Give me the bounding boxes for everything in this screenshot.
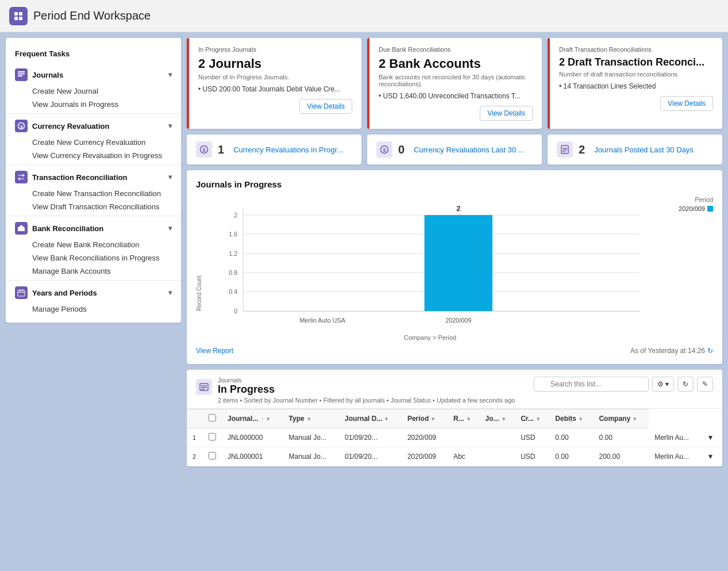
app-icon xyxy=(9,7,28,25)
stat-card-journals-posted: 2 Journals Posted Last 30 Days xyxy=(548,135,722,164)
row-1-journal-number[interactable]: JNL000000 xyxy=(222,428,283,447)
row-2-journal-date: 01/09/20... xyxy=(339,447,402,466)
th-type[interactable]: Type ▾ xyxy=(283,409,339,428)
view-report-link[interactable]: View Report xyxy=(196,347,233,355)
sidebar-item-create-currency[interactable]: Create New Currency Revaluation xyxy=(6,136,181,149)
svg-rect-43 xyxy=(201,385,207,386)
row-1-company[interactable]: Merlin Au... xyxy=(649,428,701,447)
sidebar-item-manage-periods[interactable]: Manage Periods xyxy=(6,302,181,316)
svg-rect-45 xyxy=(201,389,205,390)
stat-number-currency-last30: 0 xyxy=(398,143,405,156)
journals-table-card: Journals In Progress 2 items • Sorted by… xyxy=(187,370,722,466)
row-1-r xyxy=(448,428,480,447)
as-of-label: As of Yesterday at 14:26 ↻ xyxy=(630,347,713,355)
in-progress-journals-card: In Progress Journals 2 Journals Number o… xyxy=(187,38,361,129)
svg-rect-1 xyxy=(19,12,22,16)
sidebar-item-create-bank[interactable]: Create New Bank Reconciliation xyxy=(6,238,181,251)
stat-label-currency-last30[interactable]: Currency Revaluations Last 30 ... xyxy=(414,145,524,154)
table-controls: 🔍 ⚙ ▾ ↻ ✎ xyxy=(534,377,713,392)
search-input[interactable] xyxy=(534,377,649,392)
th-cr[interactable]: Cr... ▾ xyxy=(515,409,549,428)
main-layout: Frequent Tasks Journals ▾ Create New Jou… xyxy=(0,32,728,571)
sidebar-item-view-journals[interactable]: View Journals in Progress xyxy=(6,98,181,111)
sidebar-item-view-transaction[interactable]: View Draft Transaction Reconciliations xyxy=(6,200,181,213)
table-header-icon xyxy=(196,379,212,395)
stat-icon-currency-last30: $ xyxy=(376,141,392,158)
chevron-journal-icon: ▾ xyxy=(267,416,269,422)
stat-label-journals-posted[interactable]: Journals Posted Last 30 Days xyxy=(594,145,694,154)
row-2-period[interactable]: 2020/009 xyxy=(402,447,448,466)
settings-button[interactable]: ⚙ ▾ xyxy=(652,377,674,392)
sidebar-section-years[interactable]: Years and Periods ▾ xyxy=(6,283,181,302)
sidebar-section-currency[interactable]: $ Currency Revaluation ▾ xyxy=(6,116,181,136)
chart-card: Journals in Progress Record Count xyxy=(187,170,722,364)
row-1-period[interactable]: 2020/009 xyxy=(402,428,448,447)
svg-text:$: $ xyxy=(203,147,206,153)
sidebar-section-bank[interactable]: Bank Reconciliation ▾ xyxy=(6,219,181,238)
th-company[interactable]: Company ▾ xyxy=(593,409,649,428)
x-axis-label: Company > Period xyxy=(209,334,651,341)
row-2-cr[interactable]: USD xyxy=(515,447,549,466)
sidebar-item-manage-accounts[interactable]: Manage Bank Accounts xyxy=(6,265,181,278)
th-period[interactable]: Period ▾ xyxy=(402,409,448,428)
view-details-bank-button[interactable]: View Details xyxy=(480,106,533,121)
svg-rect-16 xyxy=(18,292,25,293)
sidebar: Frequent Tasks Journals ▾ Create New Jou… xyxy=(6,38,181,323)
th-r[interactable]: R... ▾ xyxy=(448,409,480,428)
row-2-credits: 200.00 xyxy=(593,447,649,466)
svg-rect-0 xyxy=(14,12,18,16)
row-num-2: 2 xyxy=(187,447,203,466)
th-debits[interactable]: Debits ▾ xyxy=(549,409,593,428)
app-header: Period End Workspace xyxy=(0,0,728,32)
card-bullet-journals: • USD 200.00 Total Journals Debit Value … xyxy=(198,85,352,93)
chevron-date-icon: ▾ xyxy=(385,416,388,422)
row-checkbox-2[interactable] xyxy=(203,447,222,466)
svg-text:1.2: 1.2 xyxy=(229,250,237,257)
refresh-table-icon: ↻ xyxy=(683,380,688,388)
sidebar-section-transaction[interactable]: Transaction Reconciliation ▾ xyxy=(6,167,181,187)
currency-chevron: ▾ xyxy=(168,122,172,130)
svg-rect-15 xyxy=(22,289,24,292)
table-section-label: Journals xyxy=(218,377,528,384)
edit-button[interactable]: ✎ xyxy=(697,377,713,392)
row-checkbox-1[interactable] xyxy=(203,428,222,447)
chart-title: Journals in Progress xyxy=(196,179,713,189)
edit-icon: ✎ xyxy=(702,380,708,388)
sidebar-item-create-journal[interactable]: Create New Journal xyxy=(6,85,181,98)
sidebar-item-create-transaction[interactable]: Create New Transaction Reconciliation xyxy=(6,187,181,200)
svg-rect-12 xyxy=(22,229,23,231)
row-1-checkbox[interactable] xyxy=(209,433,216,440)
row-1-expand[interactable]: ▼ xyxy=(702,428,722,447)
row-1-cr[interactable]: USD xyxy=(515,428,549,447)
refresh-button[interactable]: ↻ xyxy=(677,377,694,392)
card-label-transaction: Draft Transaction Reconciliations xyxy=(559,46,713,53)
row-2-debits: 0.00 xyxy=(549,447,593,466)
bank-chevron: ▾ xyxy=(168,224,172,232)
frequent-tasks-label: Frequent Tasks xyxy=(6,45,181,65)
row-2-journal-number[interactable]: JNL000001 xyxy=(222,447,283,466)
bank-section-icon xyxy=(15,222,28,235)
sidebar-item-view-bank[interactable]: View Bank Reconciliations in Progress xyxy=(6,251,181,265)
view-details-journals-button[interactable]: View Details xyxy=(299,99,352,114)
view-details-transaction-button[interactable]: View Details xyxy=(660,96,713,111)
select-all-checkbox[interactable] xyxy=(209,414,216,421)
svg-rect-13 xyxy=(18,290,25,296)
th-journal-number[interactable]: Journal... ↑ ▾ xyxy=(222,409,283,428)
th-jo[interactable]: Jo... ▾ xyxy=(479,409,515,428)
svg-text:2: 2 xyxy=(456,204,460,213)
stat-label-currency-progress[interactable]: Currency Revaluations in Progr... xyxy=(233,145,343,154)
refresh-icon[interactable]: ↻ xyxy=(707,347,713,355)
row-2-company[interactable]: Merlin Au... xyxy=(649,447,701,466)
table-title-group: Journals In Progress 2 items • Sorted by… xyxy=(218,377,528,404)
row-2-expand[interactable]: ▼ xyxy=(702,447,722,466)
stat-icon-currency-progress: $ xyxy=(196,141,212,158)
svg-text:0.4: 0.4 xyxy=(229,288,237,295)
sidebar-section-journals[interactable]: Journals ▾ xyxy=(6,65,181,85)
row-num-1: 1 xyxy=(187,428,203,447)
th-journal-date[interactable]: Journal D... ▾ xyxy=(339,409,402,428)
sidebar-item-view-currency[interactable]: View Currency Revaluation in Progress xyxy=(6,149,181,162)
currency-section-icon: $ xyxy=(15,120,28,132)
bar-chart: 0 0.4 0.8 1.2 1.6 2 2 xyxy=(209,196,651,334)
card-value-journals: 2 Journals xyxy=(198,56,352,71)
row-2-checkbox[interactable] xyxy=(209,452,216,459)
